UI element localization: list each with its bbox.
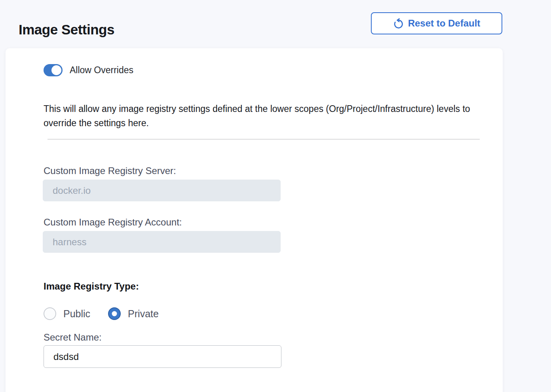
- page-title: Image Settings: [19, 22, 114, 38]
- private-radio-icon[interactable]: [108, 307, 121, 320]
- reset-to-default-button[interactable]: Reset to Default: [371, 12, 502, 34]
- overrides-description: This will allow any image registry setti…: [44, 102, 487, 130]
- private-radio-label: Private: [128, 308, 159, 320]
- allow-overrides-label: Allow Overrides: [70, 65, 133, 76]
- allow-overrides-toggle[interactable]: [44, 64, 63, 76]
- secret-name-input[interactable]: [44, 345, 281, 368]
- registry-type-radio-group: Public Private: [44, 307, 159, 320]
- reset-button-label: Reset to Default: [408, 18, 481, 29]
- radio-option-private[interactable]: Private: [108, 307, 159, 320]
- registry-type-label: Image Registry Type:: [44, 281, 139, 292]
- image-settings-card: Allow Overrides This will allow any imag…: [6, 48, 503, 392]
- reset-icon: [393, 18, 404, 29]
- allow-overrides-row: Allow Overrides: [44, 64, 133, 76]
- secret-name-label: Secret Name:: [44, 332, 102, 343]
- registry-account-label: Custom Image Registry Account:: [44, 217, 182, 228]
- radio-option-public[interactable]: Public: [44, 307, 90, 320]
- public-radio-label: Public: [63, 308, 90, 320]
- registry-server-label: Custom Image Registry Server:: [44, 165, 176, 176]
- registry-server-input[interactable]: [43, 180, 281, 201]
- public-radio-icon[interactable]: [44, 307, 56, 320]
- registry-account-input[interactable]: [43, 231, 281, 253]
- section-divider: [48, 139, 480, 140]
- toggle-knob: [51, 65, 61, 75]
